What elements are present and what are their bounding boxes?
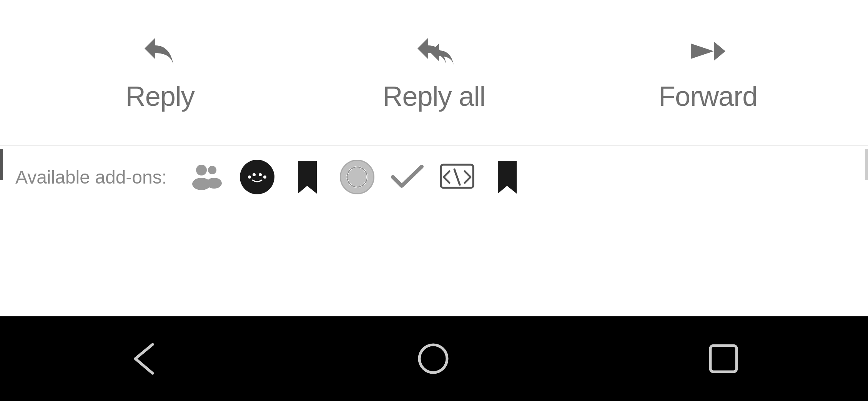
svg-marker-0	[691, 43, 714, 59]
addons-row: Available add-ons:	[0, 146, 868, 208]
svg-point-7	[259, 173, 262, 176]
svg-point-2	[196, 165, 207, 175]
svg-marker-1	[714, 42, 725, 61]
svg-point-8	[248, 175, 251, 179]
reply-all-label: Reply all	[382, 80, 485, 112]
face-addon[interactable]	[240, 160, 274, 194]
bookmark-addon-1[interactable]	[290, 160, 324, 194]
svg-point-4	[208, 166, 216, 174]
reply-all-icon	[409, 34, 459, 74]
reply-button[interactable]: Reply	[102, 34, 218, 112]
navigation-bar	[0, 316, 868, 401]
left-scroll-indicator	[0, 149, 3, 180]
reply-icon	[141, 34, 179, 74]
svg-rect-15	[710, 346, 737, 372]
candy-addon[interactable]	[340, 160, 374, 194]
code-addon[interactable]	[440, 160, 474, 194]
addons-label: Available add-ons:	[15, 167, 167, 188]
svg-line-13	[454, 169, 460, 185]
right-scroll-indicator	[865, 149, 868, 180]
home-button[interactable]	[417, 343, 450, 375]
svg-point-9	[263, 175, 266, 179]
recents-button[interactable]	[708, 344, 738, 374]
contacts-addon[interactable]	[190, 160, 224, 194]
forward-icon	[687, 34, 729, 74]
svg-point-11	[347, 167, 367, 187]
check-addon[interactable]	[390, 160, 424, 194]
reply-label: Reply	[126, 80, 195, 112]
svg-point-5	[206, 178, 222, 189]
face-circle	[240, 160, 274, 194]
action-row: Reply Reply all Forward	[0, 0, 868, 145]
candy-circle	[340, 160, 374, 194]
back-button[interactable]	[130, 343, 158, 375]
bookmark-addon-2[interactable]	[490, 160, 524, 194]
svg-point-14	[419, 345, 447, 373]
forward-button[interactable]: Forward	[650, 34, 766, 112]
reply-all-button[interactable]: Reply all	[376, 34, 492, 112]
svg-point-6	[253, 173, 256, 176]
forward-label: Forward	[658, 80, 757, 112]
